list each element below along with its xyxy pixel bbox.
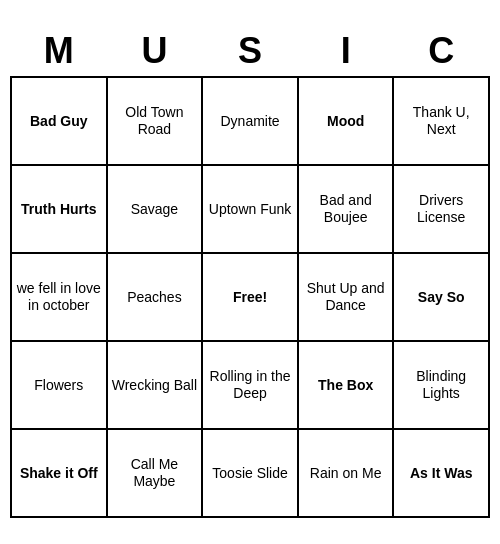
bingo-cell-3-4[interactable]: Blinding Lights bbox=[393, 341, 489, 429]
bingo-cell-3-1[interactable]: Wrecking Ball bbox=[107, 341, 203, 429]
bingo-cell-4-4[interactable]: As It Was bbox=[393, 429, 489, 517]
bingo-cell-4-2[interactable]: Toosie Slide bbox=[202, 429, 298, 517]
bingo-cell-4-0[interactable]: Shake it Off bbox=[11, 429, 107, 517]
header-letter-s: S bbox=[202, 26, 298, 77]
bingo-cell-2-1[interactable]: Peaches bbox=[107, 253, 203, 341]
bingo-cell-3-3[interactable]: The Box bbox=[298, 341, 394, 429]
bingo-cell-1-1[interactable]: Savage bbox=[107, 165, 203, 253]
bingo-cell-1-3[interactable]: Bad and Boujee bbox=[298, 165, 394, 253]
bingo-cell-1-2[interactable]: Uptown Funk bbox=[202, 165, 298, 253]
bingo-cell-2-4[interactable]: Say So bbox=[393, 253, 489, 341]
bingo-row-3: FlowersWrecking BallRolling in the DeepT… bbox=[11, 341, 489, 429]
bingo-cell-2-3[interactable]: Shut Up and Dance bbox=[298, 253, 394, 341]
bingo-cell-4-3[interactable]: Rain on Me bbox=[298, 429, 394, 517]
bingo-cell-0-0[interactable]: Bad Guy bbox=[11, 77, 107, 165]
header-letter-u: U bbox=[107, 26, 203, 77]
header-letter-c: C bbox=[393, 26, 489, 77]
bingo-cell-2-2[interactable]: Free! bbox=[202, 253, 298, 341]
bingo-row-1: Truth HurtsSavageUptown FunkBad and Bouj… bbox=[11, 165, 489, 253]
bingo-cell-0-4[interactable]: Thank U, Next bbox=[393, 77, 489, 165]
bingo-row-0: Bad GuyOld Town RoadDynamiteMoodThank U,… bbox=[11, 77, 489, 165]
header-letter-m: M bbox=[11, 26, 107, 77]
header-letter-i: I bbox=[298, 26, 394, 77]
bingo-cell-4-1[interactable]: Call Me Maybe bbox=[107, 429, 203, 517]
bingo-row-2: we fell in love in octoberPeachesFree!Sh… bbox=[11, 253, 489, 341]
bingo-row-4: Shake it OffCall Me MaybeToosie SlideRai… bbox=[11, 429, 489, 517]
header-row: MUSIC bbox=[11, 26, 489, 77]
bingo-cell-3-0[interactable]: Flowers bbox=[11, 341, 107, 429]
bingo-cell-2-0[interactable]: we fell in love in october bbox=[11, 253, 107, 341]
bingo-cell-0-1[interactable]: Old Town Road bbox=[107, 77, 203, 165]
bingo-cell-1-0[interactable]: Truth Hurts bbox=[11, 165, 107, 253]
bingo-cell-0-3[interactable]: Mood bbox=[298, 77, 394, 165]
bingo-cell-3-2[interactable]: Rolling in the Deep bbox=[202, 341, 298, 429]
bingo-cell-0-2[interactable]: Dynamite bbox=[202, 77, 298, 165]
bingo-cell-1-4[interactable]: Drivers License bbox=[393, 165, 489, 253]
bingo-card: MUSIC Bad GuyOld Town RoadDynamiteMoodTh… bbox=[10, 26, 490, 518]
